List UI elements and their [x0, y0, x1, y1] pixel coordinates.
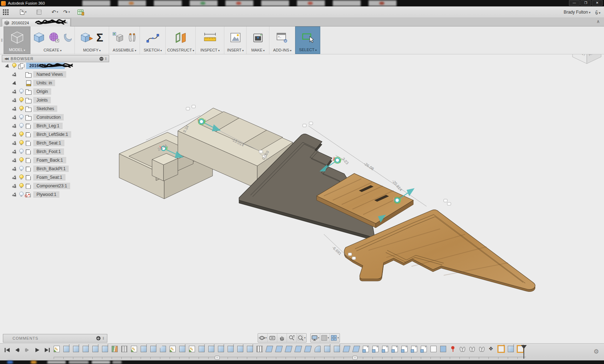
- visibility-bulb-icon[interactable]: [19, 149, 24, 154]
- timeline-feature-icon[interactable]: [275, 346, 283, 352]
- visibility-bulb-icon[interactable]: [19, 140, 24, 146]
- timeline-feature-icon[interactable]: [179, 346, 185, 352]
- timeline-feature-icon[interactable]: [479, 346, 485, 352]
- expander-arrow-icon[interactable]: [13, 98, 17, 102]
- browser-panel-header[interactable]: ◀◀ BROWSER ‖: [2, 55, 109, 62]
- visibility-bulb-icon[interactable]: [19, 106, 24, 112]
- expander-arrow-icon[interactable]: [6, 64, 10, 68]
- browser-item[interactable]: Sketches: [3, 104, 110, 113]
- timeline-feature-icon[interactable]: [352, 346, 360, 352]
- timeline-feature-icon[interactable]: [112, 346, 118, 352]
- timeline-feature-icon[interactable]: [469, 346, 475, 352]
- timeline-feature-icon[interactable]: [324, 346, 330, 352]
- play-button[interactable]: [34, 346, 41, 354]
- expander-arrow-icon[interactable]: [13, 115, 17, 119]
- timeline-feature-icon[interactable]: [218, 346, 224, 352]
- timeline-feature-icon[interactable]: [141, 346, 147, 352]
- add-comment-icon[interactable]: [96, 336, 101, 340]
- browser-item[interactable]: Units: in: [3, 79, 110, 87]
- timeline-feature-icon[interactable]: [315, 346, 321, 352]
- browser-item[interactable]: Named Views: [3, 70, 110, 79]
- browser-item[interactable]: 20160224: [3, 62, 110, 70]
- timeline-feature-icon[interactable]: [498, 346, 504, 352]
- ribbon-group-make[interactable]: MAKE: [247, 26, 269, 54]
- ribbon-group-assemble[interactable]: ASSEMBLE: [109, 26, 140, 54]
- browser-item[interactable]: Foam_Seat:1: [3, 173, 110, 182]
- ribbon-group-construct[interactable]: CONSTRUCT: [166, 26, 196, 54]
- timeline-group-collapse[interactable]: −: [352, 356, 357, 360]
- timeline-feature-icon[interactable]: [382, 346, 388, 352]
- timeline-feature-icon[interactable]: [54, 346, 60, 352]
- ribbon-group-insert[interactable]: INSERT: [224, 26, 247, 54]
- timeline-feature-icon[interactable]: [92, 346, 98, 352]
- app-grid-icon[interactable]: [3, 9, 9, 15]
- timeline-feature-icon[interactable]: [294, 346, 302, 352]
- timeline-feature-icon[interactable]: [247, 346, 253, 352]
- timeline-feature-icon[interactable]: [102, 346, 108, 352]
- timeline-feature-icon[interactable]: [208, 346, 214, 352]
- zoom-window-button[interactable]: ▾: [297, 334, 306, 342]
- timeline-feature-icon[interactable]: [421, 346, 427, 352]
- browser-item[interactable]: Foam_Back:1: [3, 156, 110, 164]
- visibility-bulb-icon[interactable]: [19, 89, 24, 94]
- timeline-feature-icon[interactable]: [363, 346, 369, 352]
- timeline-feature-icon[interactable]: [459, 346, 466, 352]
- look-at-button[interactable]: [268, 334, 277, 342]
- browser-item[interactable]: Joints: [3, 96, 110, 104]
- user-account-menu[interactable]: Brady Fulton: [564, 10, 590, 15]
- undo-button[interactable]: ↶▾: [52, 10, 58, 15]
- timeline-ruler[interactable]: [54, 357, 526, 359]
- step-forward-button[interactable]: [24, 346, 31, 354]
- expander-arrow-icon[interactable]: [13, 107, 17, 111]
- minimize-button[interactable]: —: [569, 0, 580, 6]
- expander-arrow-icon[interactable]: [13, 81, 17, 85]
- timeline-feature-icon[interactable]: [199, 346, 205, 352]
- timeline-feature-icon[interactable]: [131, 346, 137, 352]
- save-button[interactable]: [36, 10, 42, 15]
- visibility-bulb-icon[interactable]: [19, 114, 24, 120]
- timeline-feature-icon[interactable]: [450, 346, 456, 352]
- browser-item[interactable]: Birch_Seat:1: [3, 139, 110, 147]
- comments-bar[interactable]: COMMENTS ‖: [3, 334, 107, 343]
- timeline-feature-icon[interactable]: [73, 346, 79, 352]
- browser-item[interactable]: Origin: [3, 87, 110, 96]
- expander-arrow-icon[interactable]: [13, 149, 17, 154]
- timeline-feature-icon[interactable]: [63, 346, 69, 352]
- visibility-bulb-icon[interactable]: [19, 132, 24, 137]
- timeline-feature-icon[interactable]: [170, 346, 176, 352]
- go-to-end-button[interactable]: [44, 346, 51, 354]
- timeline-feature-icon[interactable]: [488, 346, 495, 352]
- visibility-bulb-icon[interactable]: [19, 183, 24, 189]
- timeline-feature-icon[interactable]: [237, 346, 243, 352]
- redo-button[interactable]: ↷▾: [63, 10, 70, 15]
- browser-item[interactable]: Birch_Foot:1: [3, 147, 110, 156]
- timeline-feature-icon[interactable]: [189, 346, 195, 352]
- browser-item[interactable]: Plywood:1: [3, 190, 110, 199]
- expander-arrow-icon[interactable]: [13, 89, 17, 94]
- workspace-menu-model[interactable]: MODEL: [4, 26, 30, 54]
- expander-arrow-icon[interactable]: [13, 158, 17, 162]
- visibility-bulb-icon[interactable]: [12, 63, 16, 69]
- browser-item[interactable]: Birch_BackPl:1: [3, 164, 110, 173]
- pan-button[interactable]: [277, 334, 287, 342]
- ribbon-group-inspect[interactable]: INSPECT: [196, 26, 224, 54]
- browser-minimize-icon[interactable]: [99, 57, 103, 61]
- visibility-bulb-icon[interactable]: [19, 97, 24, 103]
- expander-arrow-icon[interactable]: [13, 132, 17, 137]
- restore-button[interactable]: ❐: [580, 0, 591, 6]
- expander-arrow-icon[interactable]: [13, 124, 17, 128]
- timeline-feature-icon[interactable]: [440, 346, 446, 352]
- orbit-button[interactable]: ▾: [258, 334, 268, 342]
- timeline-group-collapse[interactable]: −: [215, 356, 220, 360]
- timeline-feature-icon[interactable]: [83, 346, 89, 352]
- timeline-feature-icon[interactable]: [285, 346, 292, 352]
- export-table-icon[interactable]: [78, 10, 83, 15]
- browser-item[interactable]: Construction: [3, 113, 110, 122]
- help-menu[interactable]: ?: [595, 9, 600, 16]
- expander-arrow-icon[interactable]: [13, 72, 17, 77]
- timeline-feature-icon[interactable]: [508, 346, 514, 352]
- timeline-feature-icon[interactable]: [343, 346, 350, 352]
- document-tab[interactable]: 20160224 ✕: [2, 19, 70, 26]
- timeline-feature-icon[interactable]: [160, 346, 166, 352]
- viewports-button[interactable]: ▾: [330, 334, 340, 342]
